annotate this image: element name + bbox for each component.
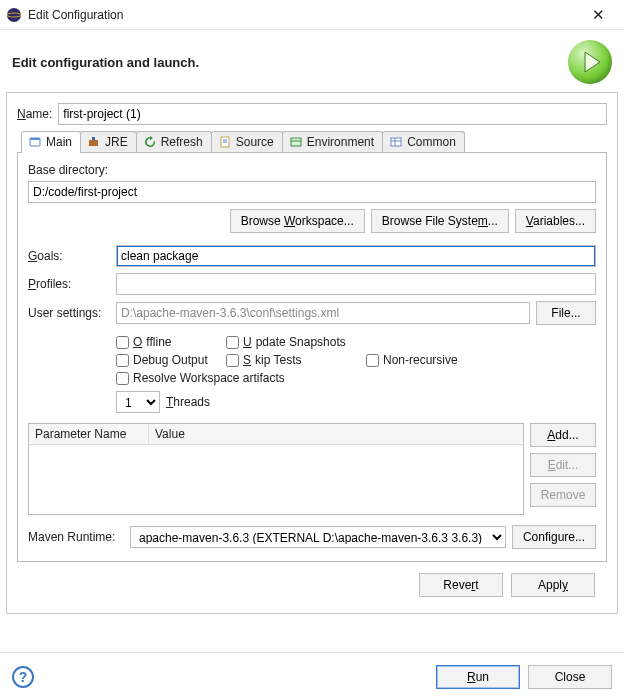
offline-checkbox[interactable]: Offline xyxy=(116,335,226,349)
tab-jre[interactable]: JRE xyxy=(80,131,137,153)
param-add-button[interactable]: Add... xyxy=(530,423,596,447)
revert-button[interactable]: Revert xyxy=(419,573,503,597)
svg-rect-10 xyxy=(291,138,301,146)
maven-runtime-label: Maven Runtime: xyxy=(28,530,124,544)
tab-bar: Main JRE Refresh Source Environment Comm… xyxy=(17,131,607,153)
base-directory-label: Base directory: xyxy=(28,163,596,177)
user-settings-file-button[interactable]: File... xyxy=(536,301,596,325)
eclipse-icon xyxy=(6,7,22,23)
resolve-workspace-checkbox[interactable]: Resolve Workspace artifacts xyxy=(116,371,596,385)
tab-main-label: Main xyxy=(46,135,72,149)
dialog-heading: Edit configuration and launch. xyxy=(12,55,568,70)
name-label: Name: xyxy=(17,107,52,121)
config-content: Name: Main JRE Refresh Source Environmen… xyxy=(6,92,618,614)
maven-runtime-select[interactable]: apache-maven-3.6.3 (EXTERNAL D:\apache-m… xyxy=(130,526,506,548)
help-icon[interactable]: ? xyxy=(12,666,34,688)
dialog-header: Edit configuration and launch. xyxy=(0,30,624,92)
threads-label: Threads xyxy=(166,395,210,409)
close-button[interactable]: Close xyxy=(528,665,612,689)
window-title: Edit Configuration xyxy=(28,8,578,22)
param-edit-button[interactable]: Edit... xyxy=(530,453,596,477)
update-snapshots-checkbox[interactable]: Update Snapshots xyxy=(226,335,366,349)
jre-tab-icon xyxy=(87,135,101,149)
source-tab-icon xyxy=(218,135,232,149)
user-settings-input[interactable] xyxy=(116,302,530,324)
parameters-table[interactable]: Parameter Name Value xyxy=(28,423,524,515)
svg-point-0 xyxy=(7,8,21,22)
tab-common[interactable]: Common xyxy=(382,131,465,153)
goals-label: Goals: xyxy=(28,249,110,263)
tab-environment[interactable]: Environment xyxy=(282,131,383,153)
tab-refresh[interactable]: Refresh xyxy=(136,131,212,153)
main-tab-icon xyxy=(28,135,42,149)
profiles-input[interactable] xyxy=(116,273,596,295)
svg-rect-4 xyxy=(30,138,40,140)
param-remove-button[interactable]: Remove xyxy=(530,483,596,507)
window-close-button[interactable]: ✕ xyxy=(578,6,618,24)
profiles-label: Profiles: xyxy=(28,277,110,291)
parameters-col-name: Parameter Name xyxy=(29,424,149,444)
tab-environment-label: Environment xyxy=(307,135,374,149)
common-tab-icon xyxy=(389,135,403,149)
non-recursive-checkbox[interactable]: Non-recursive xyxy=(366,353,596,367)
tab-source-label: Source xyxy=(236,135,274,149)
maven-runtime-configure-button[interactable]: Configure... xyxy=(512,525,596,549)
dialog-footer: ? Run Close xyxy=(0,652,624,700)
svg-rect-6 xyxy=(92,137,95,140)
titlebar: Edit Configuration ✕ xyxy=(0,0,624,30)
debug-output-checkbox[interactable]: Debug Output xyxy=(116,353,226,367)
user-settings-label: User settings: xyxy=(28,306,110,320)
tab-main[interactable]: Main xyxy=(21,131,81,153)
goals-input[interactable] xyxy=(116,245,596,267)
svg-rect-5 xyxy=(89,140,98,146)
name-input[interactable] xyxy=(58,103,607,125)
variables-button[interactable]: Variables... xyxy=(515,209,596,233)
tab-main-panel: Base directory: Browse Workspace... Brow… xyxy=(17,152,607,562)
browse-filesystem-button[interactable]: Browse File System... xyxy=(371,209,509,233)
environment-tab-icon xyxy=(289,135,303,149)
apply-button[interactable]: Apply xyxy=(511,573,595,597)
threads-select[interactable]: 1 xyxy=(116,391,160,413)
base-directory-input[interactable] xyxy=(28,181,596,203)
parameters-area: Parameter Name Value Add... Edit... Remo… xyxy=(28,423,596,515)
tab-jre-label: JRE xyxy=(105,135,128,149)
skip-tests-checkbox[interactable]: Skip Tests xyxy=(226,353,366,367)
parameters-col-value: Value xyxy=(149,424,523,444)
tab-refresh-label: Refresh xyxy=(161,135,203,149)
tab-source[interactable]: Source xyxy=(211,131,283,153)
run-icon xyxy=(568,40,612,84)
svg-rect-12 xyxy=(391,138,401,146)
svg-marker-2 xyxy=(585,52,600,72)
refresh-tab-icon xyxy=(143,135,157,149)
run-button[interactable]: Run xyxy=(436,665,520,689)
name-row: Name: xyxy=(17,103,607,125)
tab-common-label: Common xyxy=(407,135,456,149)
browse-workspace-button[interactable]: Browse Workspace... xyxy=(230,209,365,233)
